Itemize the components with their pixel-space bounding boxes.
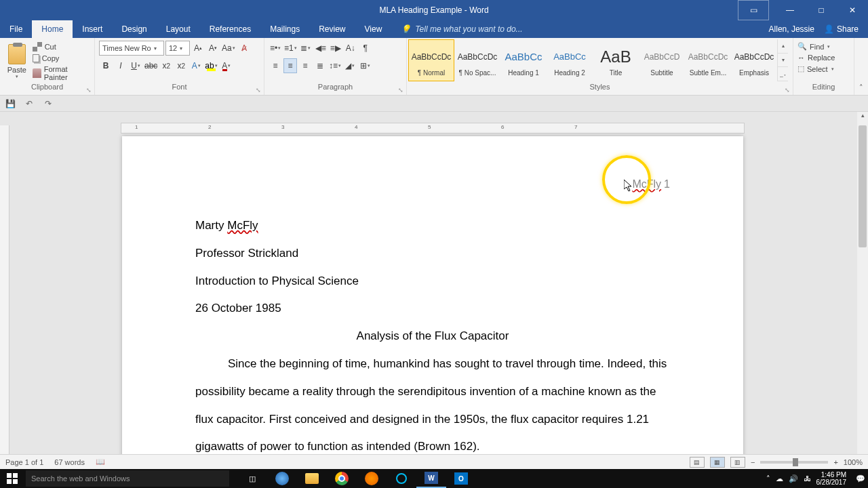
underline-button[interactable]: U▾ [129, 58, 142, 73]
tab-layout[interactable]: Layout [157, 20, 200, 38]
superscript-button[interactable]: x2 [174, 58, 188, 73]
tray-onedrive-icon[interactable]: ☁ [776, 474, 783, 483]
clear-formatting-button[interactable]: A̷ [237, 41, 251, 56]
tab-view[interactable]: View [355, 20, 392, 38]
style-heading-2[interactable]: AaBbCcHeading 2 [547, 39, 593, 81]
maximize-button[interactable]: □ [806, 0, 837, 20]
font-color-button[interactable]: A▾ [220, 58, 233, 73]
clipboard-launcher-icon[interactable]: ⤡ [86, 87, 92, 94]
shrink-font-button[interactable]: A▾ [206, 41, 220, 56]
shading-button[interactable]: ◢▾ [343, 58, 357, 73]
borders-button[interactable]: ⊞▾ [358, 58, 372, 73]
taskbar-chrome-icon[interactable] [327, 469, 357, 488]
tab-references[interactable]: References [200, 20, 260, 38]
style-heading-1[interactable]: AaBbCcHeading 1 [500, 39, 547, 81]
style-title[interactable]: AaBTitle [593, 39, 639, 81]
status-words[interactable]: 67 words [54, 458, 85, 466]
taskbar-search[interactable]: Search the web and Windows [26, 470, 229, 487]
bold-button[interactable]: B [99, 58, 113, 73]
styles-gallery[interactable]: AaBbCcDc¶ NormalAaBbCcDc¶ No Spac...AaBb… [408, 39, 777, 81]
numbering-button[interactable]: ≡1▾ [283, 41, 298, 56]
styles-more-icon[interactable]: ⎯▾ [778, 67, 788, 81]
multilevel-button[interactable]: ≣▾ [299, 41, 313, 56]
cut-button[interactable]: Cut [33, 42, 90, 52]
styles-up-icon[interactable]: ▴ [778, 39, 788, 54]
tell-me-box[interactable]: 💡 Tell me what you want to do... [391, 20, 522, 38]
tab-home[interactable]: Home [32, 20, 73, 38]
redo-button[interactable]: ↷ [42, 98, 54, 110]
tab-review[interactable]: Review [309, 20, 355, 38]
share-button[interactable]: 👤 Share [824, 24, 859, 34]
align-center-button[interactable]: ≡ [283, 58, 297, 73]
taskbar-explorer-icon[interactable] [297, 469, 327, 488]
zoom-level[interactable]: 100% [844, 458, 863, 466]
collapse-ribbon-button[interactable]: ˄ [854, 38, 868, 95]
status-page[interactable]: Page 1 of 1 [5, 458, 43, 466]
show-marks-button[interactable]: ¶ [359, 41, 372, 56]
zoom-in-button[interactable]: + [833, 458, 837, 466]
horizontal-ruler[interactable]: 1234567 [121, 123, 745, 134]
tray-network-icon[interactable]: 🖧 [804, 474, 811, 483]
print-layout-button[interactable]: ▦ [710, 457, 725, 468]
strikethrough-button[interactable]: abc [144, 58, 158, 73]
copy-button[interactable]: Copy [33, 54, 90, 62]
tray-clock[interactable]: 1:46 PM 6/28/2017 [816, 471, 851, 486]
vertical-scrollbar[interactable]: ▴ ▾ [857, 112, 868, 469]
format-painter-button[interactable]: Format Painter [33, 65, 90, 81]
align-left-button[interactable]: ≡ [269, 58, 282, 73]
font-size-select[interactable]: 12▾ [165, 41, 190, 56]
paste-button[interactable]: Paste ▾ [4, 41, 30, 83]
zoom-out-button[interactable]: − [751, 458, 755, 466]
page-header[interactable]: McFly 1 [632, 178, 670, 190]
taskbar-app1-icon[interactable] [387, 469, 416, 488]
page[interactable]: McFly 1 Marty McFly Professor Strickland… [122, 136, 743, 469]
tray-notifications-icon[interactable]: 💬 [856, 474, 865, 483]
taskbar-outlook-icon[interactable]: O [446, 469, 476, 488]
style-subtitle[interactable]: AaBbCcDSubtitle [639, 39, 685, 81]
sort-button[interactable]: A↓ [344, 41, 357, 56]
tab-mailings[interactable]: Mailings [260, 20, 309, 38]
font-launcher-icon[interactable]: ⤡ [256, 87, 261, 94]
vertical-ruler[interactable] [0, 125, 9, 469]
user-name[interactable]: Allen, Jessie [769, 24, 814, 34]
scroll-thumb[interactable] [859, 125, 867, 247]
ribbon-display-icon[interactable]: ▭ [738, 0, 769, 20]
taskbar-firefox-icon[interactable] [357, 469, 387, 488]
justify-button[interactable]: ≣ [313, 58, 327, 73]
style---normal[interactable]: AaBbCcDc¶ Normal [408, 39, 454, 81]
start-button[interactable] [0, 469, 24, 488]
subscript-button[interactable]: x2 [159, 58, 173, 73]
zoom-slider[interactable] [760, 461, 828, 464]
highlight-button[interactable]: ab▾ [204, 58, 218, 73]
styles-scroll[interactable]: ▴ ▾ ⎯▾ [777, 39, 788, 81]
tab-design[interactable]: Design [112, 20, 156, 38]
web-layout-button[interactable]: ▥ [730, 457, 745, 468]
tray-up-icon[interactable]: ˄ [766, 474, 770, 483]
minimize-button[interactable]: — [774, 0, 806, 20]
tray-volume-icon[interactable]: 🔊 [789, 474, 798, 483]
bullets-button[interactable]: ≡•▾ [269, 41, 282, 56]
italic-button[interactable]: I [114, 58, 127, 73]
find-button[interactable]: 🔍Find▾ [797, 42, 835, 51]
select-button[interactable]: ⬚Select▾ [797, 64, 835, 73]
document-body[interactable]: Marty McFly Professor Strickland Introdu… [195, 212, 670, 461]
style---no-spac---[interactable]: AaBbCcDc¶ No Spac... [454, 39, 500, 81]
task-view-button[interactable]: ◫ [237, 469, 267, 488]
scroll-up-icon[interactable]: ▴ [857, 112, 868, 123]
style-emphasis[interactable]: AaBbCcDcEmphasis [731, 39, 777, 81]
taskbar-word-icon[interactable]: W [416, 469, 446, 488]
styles-down-icon[interactable]: ▾ [778, 54, 788, 68]
styles-launcher-icon[interactable]: ⤡ [785, 87, 790, 94]
paragraph-launcher-icon[interactable]: ⤡ [398, 87, 403, 94]
tab-file[interactable]: File [0, 20, 32, 38]
change-case-button[interactable]: Aa▾ [221, 41, 236, 56]
status-proofing-icon[interactable]: 📖 [96, 458, 105, 466]
grow-font-button[interactable]: A▴ [191, 41, 205, 56]
close-button[interactable]: ✕ [837, 0, 868, 20]
align-right-button[interactable]: ≡ [298, 58, 312, 73]
read-mode-button[interactable]: ▤ [690, 457, 705, 468]
font-name-select[interactable]: Times New Ro▾ [99, 41, 164, 56]
save-button[interactable]: 💾 [4, 98, 16, 110]
increase-indent-button[interactable]: ≡▶ [329, 41, 342, 56]
line-spacing-button[interactable]: ↕≡▾ [328, 58, 342, 73]
